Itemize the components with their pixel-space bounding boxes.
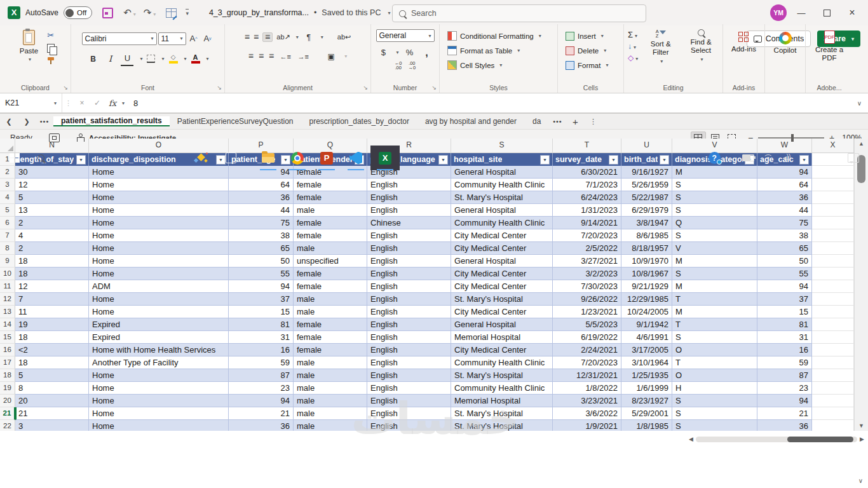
cell-S12[interactable]: St. Mary's Hospital	[451, 293, 553, 306]
cell-U6[interactable]: 3/8/1947	[621, 217, 672, 229]
cell-V4[interactable]: S	[672, 191, 757, 204]
row-number-16[interactable]: 16	[0, 344, 15, 356]
zoom-slider[interactable]	[758, 137, 824, 139]
cell-S10[interactable]: City Medical Center	[451, 268, 553, 280]
cell-W3[interactable]: 64	[757, 179, 812, 191]
row-number-10[interactable]: 10	[0, 268, 15, 280]
cell-W13[interactable]: 15	[757, 306, 812, 318]
format-painter-icon[interactable]	[47, 57, 55, 64]
cell-S18[interactable]: St. Mary's Hospital	[451, 369, 553, 382]
scroll-up-icon[interactable]: ▲	[855, 140, 868, 147]
cell-W18[interactable]: 87	[757, 369, 812, 382]
cell-T20[interactable]: 3/23/2021	[553, 395, 621, 407]
document-title[interactable]: 4_3_group_by_transforma...	[209, 8, 309, 17]
minimize-button[interactable]: —	[790, 4, 812, 21]
filter-icon[interactable]: ▼	[609, 155, 618, 165]
row-number-11[interactable]: 11	[0, 280, 15, 293]
cell-T15[interactable]: 6/19/2022	[553, 331, 621, 344]
row-number-22[interactable]: 22	[0, 420, 15, 431]
borders-icon[interactable]	[147, 55, 155, 63]
start-button[interactable]	[0, 146, 29, 170]
cell-V19[interactable]: H	[672, 382, 757, 395]
cell-O4[interactable]: Home	[89, 191, 229, 204]
align-middle-icon[interactable]: ≡	[254, 33, 259, 41]
align-right-icon[interactable]: ≡	[269, 52, 274, 60]
format-cells-button[interactable]: Format▾	[566, 59, 608, 71]
cell-O19[interactable]: Home	[89, 382, 229, 395]
conditional-formatting-button[interactable]: Conditional Formatting▾	[447, 30, 541, 42]
cell-S19[interactable]: Community Health Clinic	[451, 382, 553, 395]
cell-X7[interactable]	[812, 229, 854, 242]
cell-W17[interactable]: 59	[757, 356, 812, 369]
hscroll-left-icon[interactable]: ◀	[689, 436, 693, 442]
cell-X4[interactable]	[812, 191, 854, 204]
cell-Q9[interactable]: unspecified	[294, 255, 367, 268]
cell-S6[interactable]: Community Health Clinic	[451, 217, 553, 229]
cell-O2[interactable]: Home	[89, 166, 229, 179]
table-header-birth_date[interactable]: birth_date▼	[621, 153, 672, 166]
row-number-19[interactable]: 19	[0, 382, 15, 395]
table-header-survey_date[interactable]: survey_date▼	[553, 153, 621, 166]
wrap-text-icon[interactable]: ab↩	[337, 30, 351, 44]
cell-S16[interactable]: City Medical Center	[451, 344, 553, 356]
cell-R17[interactable]: English	[367, 356, 451, 369]
cell-V3[interactable]: S	[672, 179, 757, 191]
cell-W8[interactable]: 65	[757, 242, 812, 255]
decrease-decimal-icon[interactable]: .00→0	[409, 61, 416, 70]
cell-X16[interactable]	[812, 344, 854, 356]
cell-O20[interactable]: Home	[89, 395, 229, 407]
cell-O10[interactable]: Home	[89, 268, 229, 280]
cell-U16[interactable]: 3/17/2005	[621, 344, 672, 356]
cell-N10[interactable]: 18	[15, 268, 89, 280]
cell-T16[interactable]: 2/24/2021	[553, 344, 621, 356]
cell-N22[interactable]: 3	[15, 420, 89, 431]
cell-P9[interactable]: 50	[229, 255, 294, 268]
align-bottom-icon[interactable]: ≡	[262, 32, 273, 42]
cell-R16[interactable]: English	[367, 344, 451, 356]
filter-icon[interactable]: ▼	[76, 155, 86, 165]
row-number-20[interactable]: 20	[0, 395, 15, 407]
cell-N14[interactable]: 19	[15, 318, 89, 331]
cell-U11[interactable]: 9/21/1929	[621, 280, 672, 293]
cell-T4[interactable]: 6/24/2023	[553, 191, 621, 204]
cell-N15[interactable]: 18	[15, 331, 89, 344]
cell-U4[interactable]: 5/22/1987	[621, 191, 672, 204]
row-number-15[interactable]: 15	[0, 331, 15, 344]
cell-X11[interactable]	[812, 280, 854, 293]
cell-R20[interactable]: English	[367, 395, 451, 407]
cell-P7[interactable]: 38	[229, 229, 294, 242]
edit-table-icon[interactable]	[166, 8, 177, 18]
cell-U2[interactable]: 9/16/1927	[621, 166, 672, 179]
sheet-tab-da[interactable]: da	[525, 117, 548, 126]
cell-P11[interactable]: 94	[229, 280, 294, 293]
column-header-V[interactable]: V	[672, 139, 757, 152]
cell-T9[interactable]: 3/27/2021	[553, 255, 621, 268]
more-sheets-icon[interactable]: •••	[548, 114, 566, 129]
cell-N8[interactable]: 2	[15, 242, 89, 255]
customize-qat-icon[interactable]: ▾	[186, 9, 189, 17]
cell-R21[interactable]: English	[367, 407, 451, 420]
row-number-18[interactable]: 18	[0, 369, 15, 382]
cell-V13[interactable]: M	[672, 306, 757, 318]
formula-bar-value[interactable]: 8	[133, 98, 138, 108]
grow-font-icon[interactable]: A^	[187, 32, 200, 45]
cell-N16[interactable]: <2	[15, 344, 89, 356]
saved-status[interactable]: Saved to this PC	[322, 8, 381, 17]
cell-S20[interactable]: Memorial Hospital	[451, 395, 553, 407]
cell-Q16[interactable]: female	[294, 344, 367, 356]
comma-style-icon[interactable]: ,	[421, 46, 433, 59]
cell-R4[interactable]: English	[367, 191, 451, 204]
row-number-21[interactable]: 21	[0, 407, 15, 420]
cell-Q3[interactable]: female	[294, 179, 367, 191]
row-number-17[interactable]: 17	[0, 356, 15, 369]
row-number-7[interactable]: 7	[0, 229, 15, 242]
cell-S22[interactable]: St. Mary's Hospital	[451, 420, 553, 431]
accessibility-icon[interactable]	[76, 133, 85, 142]
restore-button[interactable]	[816, 4, 837, 21]
number-format-select[interactable]: General▾	[376, 29, 435, 42]
cell-S3[interactable]: Community Health Clinic	[451, 179, 553, 191]
cell-V17[interactable]: T	[672, 356, 757, 369]
cell-T22[interactable]: 1/9/2021	[553, 420, 621, 431]
cell-Q11[interactable]: female	[294, 280, 367, 293]
cell-R8[interactable]: English	[367, 242, 451, 255]
